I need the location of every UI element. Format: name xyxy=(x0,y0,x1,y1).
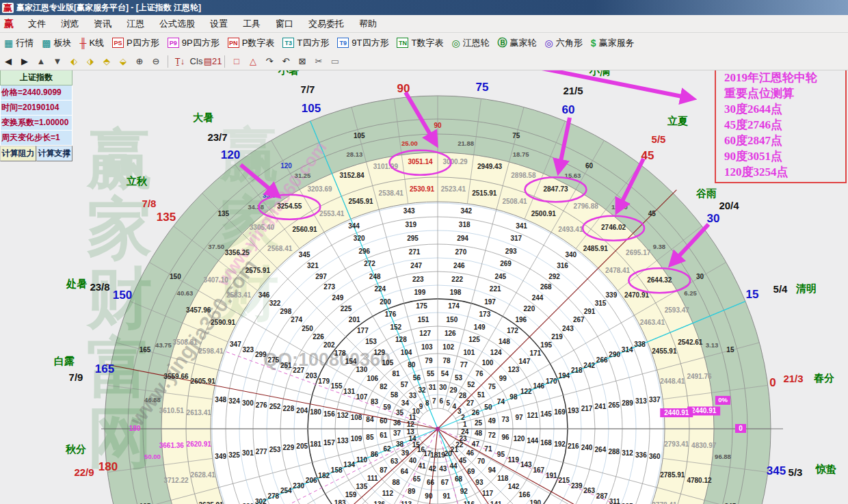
toolbar-button-P数字表[interactable]: PNP数字表 xyxy=(224,35,279,51)
svg-text:3305.40: 3305.40 xyxy=(250,224,275,231)
toolbar-button-9T四方形[interactable]: T99T四方形 xyxy=(333,35,393,51)
svg-text:2778.41: 2778.41 xyxy=(652,501,677,504)
svg-text:2448.41: 2448.41 xyxy=(660,377,685,385)
svg-text:221: 221 xyxy=(490,285,501,293)
svg-text:8: 8 xyxy=(425,399,429,407)
svg-text:278: 278 xyxy=(267,492,279,500)
toolbar-button-赢家服务[interactable]: $赢家服务 xyxy=(587,35,639,51)
menu-item-窗口[interactable]: 窗口 xyxy=(268,18,301,30)
svg-text:146: 146 xyxy=(533,382,544,390)
svg-text:216: 216 xyxy=(568,442,579,450)
svg-text:3457.96: 3457.96 xyxy=(186,306,211,314)
toolbar-button-板块[interactable]: ▩板块 xyxy=(38,35,75,51)
screen-icon[interactable]: ▭ xyxy=(328,55,343,68)
calendar-21-icon[interactable]: ▤21 xyxy=(205,55,220,68)
toolbar-button-K线[interactable]: ╫K线 xyxy=(75,35,108,51)
toolbar-label: P四方形 xyxy=(127,37,159,49)
svg-text:272: 272 xyxy=(364,260,375,267)
toolbar-button-T四方形[interactable]: T3T四方形 xyxy=(278,35,333,51)
svg-text:179: 179 xyxy=(318,377,330,385)
wheel-outer-label-20/4: 20/4 xyxy=(719,200,739,211)
svg-text:158: 158 xyxy=(331,466,343,474)
svg-text:180: 180 xyxy=(310,408,321,416)
svg-text:2508.41: 2508.41 xyxy=(502,198,527,205)
t-scale-icon[interactable]: Ṯ↓ xyxy=(172,55,187,68)
menu-item-工具[interactable]: 工具 xyxy=(235,18,268,30)
toolbar-button-行情[interactable]: ▦行情 xyxy=(0,35,38,51)
svg-text:345: 345 xyxy=(299,251,310,258)
svg-text:143: 143 xyxy=(520,461,532,468)
rotate-ccw-icon[interactable]: ↶ xyxy=(278,55,293,68)
svg-text:297: 297 xyxy=(315,273,327,280)
toolbar-button-赢家轮[interactable]: Ⓑ赢家轮 xyxy=(494,35,541,51)
svg-text:321: 321 xyxy=(307,262,319,269)
svg-text:80: 80 xyxy=(408,361,416,369)
title-bar[interactable]: 赢 赢家江恩专业版[赢家服务平台] - [上证指数 江恩轮] xyxy=(0,0,848,15)
triangle-tool-icon[interactable]: △ xyxy=(246,55,261,68)
svg-text:299: 299 xyxy=(255,351,267,358)
svg-text:93: 93 xyxy=(475,479,483,486)
rotate-cw-icon[interactable]: ↷ xyxy=(262,55,277,68)
shrink-icon[interactable]: ✂ xyxy=(311,55,326,68)
square-tool-icon[interactable]: □ xyxy=(229,55,244,68)
pan-up-icon[interactable]: ⬘ xyxy=(99,55,114,68)
up-icon[interactable]: ▲ xyxy=(34,55,49,68)
menu-item-浏览[interactable]: 浏览 xyxy=(53,18,86,30)
svg-text:113: 113 xyxy=(401,501,412,504)
svg-text:116: 116 xyxy=(464,501,475,504)
wheel-outer-label-90: 90 xyxy=(397,82,410,96)
toolbar-button-P四方形[interactable]: PSP四方形 xyxy=(108,35,163,51)
menu-item-帮助[interactable]: 帮助 xyxy=(352,18,384,30)
svg-text:275: 275 xyxy=(267,356,279,364)
menu-item-交易委托[interactable]: 交易委托 xyxy=(301,18,352,30)
calc-resistance-button[interactable]: 计算阻力 xyxy=(0,146,36,161)
menu-item-江恩[interactable]: 江恩 xyxy=(119,18,152,30)
toolbar-button-六角形[interactable]: ◎六角形 xyxy=(541,35,587,51)
zoom-out-icon[interactable]: ⊖ xyxy=(148,55,163,68)
svg-text:105: 105 xyxy=(382,359,394,367)
svg-text:102: 102 xyxy=(442,343,454,351)
svg-text:106: 106 xyxy=(367,375,378,382)
svg-text:215: 215 xyxy=(558,477,570,484)
toolbar-button-9P四方形[interactable]: P99P四方形 xyxy=(163,35,224,51)
svg-text:109: 109 xyxy=(351,435,362,442)
pan-right-icon[interactable]: ⬗ xyxy=(83,55,98,68)
cls-icon[interactable]: Cls xyxy=(189,55,204,68)
svg-text:2463.41: 2463.41 xyxy=(640,319,665,326)
svg-text:252: 252 xyxy=(269,403,281,410)
toolbar-button-江恩轮[interactable]: ◎江恩轮 xyxy=(447,35,493,51)
svg-text:12.50: 12.50 xyxy=(611,203,628,211)
svg-text:122: 122 xyxy=(520,388,532,395)
svg-text:60: 60 xyxy=(380,417,388,425)
back-icon[interactable]: ◀ xyxy=(1,55,16,68)
menu-item-文件[interactable]: 文件 xyxy=(21,18,53,30)
toolbar-label: 行情 xyxy=(16,37,34,49)
menu-item-公式选股[interactable]: 公式选股 xyxy=(152,18,202,30)
down-icon[interactable]: ▼ xyxy=(50,55,65,68)
svg-text:300: 300 xyxy=(242,399,254,407)
svg-text:97: 97 xyxy=(515,414,523,421)
menu-item-设置[interactable]: 设置 xyxy=(202,18,235,30)
zoom-in-icon[interactable]: ⊕ xyxy=(132,55,147,68)
wheel-outer-label-白露: 白露 xyxy=(54,355,75,368)
pan-left-icon[interactable]: ⬖ xyxy=(66,55,81,68)
wheel-outer-label-7/8: 7/8 xyxy=(142,198,157,209)
svg-text:124: 124 xyxy=(490,349,502,356)
menu-item-资讯[interactable]: 资讯 xyxy=(86,18,119,30)
svg-text:55: 55 xyxy=(427,370,435,377)
svg-text:28.13: 28.13 xyxy=(347,150,363,158)
svg-text:159: 159 xyxy=(345,491,357,499)
svg-text:2553.41: 2553.41 xyxy=(319,210,345,217)
calc-support-button[interactable]: 计算支撑 xyxy=(36,146,72,161)
svg-text:46: 46 xyxy=(466,449,475,457)
toolbar-button-T数字表[interactable]: TNT数字表 xyxy=(393,35,447,51)
toolbar-icon-P数字表: PN xyxy=(228,38,239,48)
forward-icon[interactable]: ▶ xyxy=(17,55,32,68)
svg-text:51: 51 xyxy=(477,391,486,399)
wheel-outer-label-大暑: 大暑 xyxy=(193,111,213,124)
delete-box-icon[interactable]: ⊠ xyxy=(295,55,310,68)
wheel-outer-label-45: 45 xyxy=(641,149,654,163)
annotation-box: 2019年江恩轮中轮重要点位测算30度2644点45度2746点60度2847点… xyxy=(715,62,847,183)
svg-text:23: 23 xyxy=(459,435,467,442)
pan-down-icon[interactable]: ⬙ xyxy=(116,55,131,68)
